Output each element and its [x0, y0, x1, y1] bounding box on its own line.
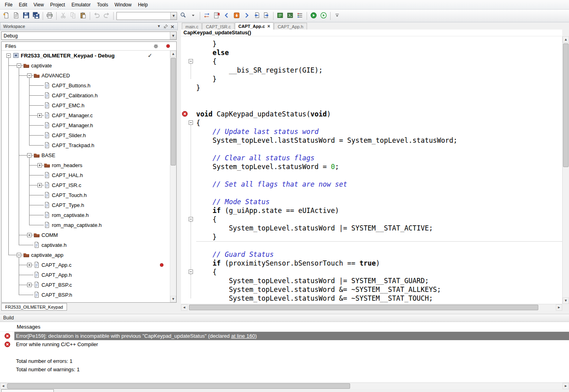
navigate-backward-button[interactable] — [222, 11, 231, 20]
workspace-vertical-scrollbar[interactable]: ▲ ▼ — [170, 51, 176, 302]
line-link[interactable]: at line 160 — [231, 333, 255, 339]
save-button[interactable] — [22, 11, 31, 20]
find-button[interactable] — [179, 11, 188, 20]
navigate-swap-button[interactable] — [202, 11, 211, 20]
tree-item-capt-bsp-h[interactable]: CAPT_BSP.h — [2, 290, 170, 300]
scroll-down-icon[interactable]: ▼ — [563, 297, 569, 304]
tree-item-capt-isr-c[interactable]: CAPT_ISR.c — [2, 180, 170, 190]
save-all-button[interactable] — [32, 11, 41, 20]
tree-item-base[interactable]: BASE — [2, 150, 170, 160]
build-message-row[interactable]: Error while running C/C++ Compiler — [0, 340, 569, 349]
scroll-up-icon[interactable]: ▲ — [563, 36, 569, 43]
make-button[interactable] — [276, 11, 285, 20]
debug-without-downloading-button[interactable] — [319, 11, 328, 20]
previous-function-button[interactable] — [252, 11, 261, 20]
scrollbar-thumb[interactable] — [189, 305, 538, 310]
tree-item-capt-emc-h[interactable]: CAPT_EMC.h — [2, 100, 170, 110]
tree-item-comm[interactable]: COMM — [2, 230, 170, 240]
menu-tools[interactable]: Tools — [94, 1, 111, 9]
tree-item-captivate[interactable]: captivate — [2, 61, 170, 71]
expand-icon[interactable] — [27, 263, 32, 267]
tree-item-capt-trackpad-h[interactable]: CAPT_Trackpad.h — [2, 140, 170, 150]
tree-item-capt-slider-h[interactable]: CAPT_Slider.h — [2, 130, 170, 140]
menu-help[interactable]: Help — [135, 1, 151, 9]
cut-button[interactable] — [59, 11, 68, 20]
tab-close-icon[interactable]: × — [267, 24, 270, 28]
scrollbar-thumb[interactable] — [7, 383, 350, 389]
expand-icon[interactable] — [37, 113, 42, 118]
tree-item-capt-type-h[interactable]: CAPT_Type.h — [2, 200, 170, 210]
build-horizontal-scrollbar[interactable]: ◀ ▶ — [0, 382, 569, 389]
scrollbar-thumb[interactable] — [171, 58, 176, 165]
close-icon[interactable]: × — [169, 24, 176, 30]
scroll-left-icon[interactable]: ◀ — [181, 304, 187, 311]
code-area[interactable]: } else { __bis_SR_register(GIE); }}void … — [181, 36, 562, 304]
build-message-row[interactable] — [0, 349, 569, 357]
copy-button[interactable] — [69, 11, 78, 20]
menu-window[interactable]: Window — [111, 1, 135, 9]
scroll-left-icon[interactable]: ◀ — [0, 383, 6, 389]
editor-tab-capt_app-c[interactable]: CAPT_App.c× — [235, 22, 274, 30]
configuration-combo[interactable]: Debug ▼ — [1, 32, 177, 40]
fold-collapse-icon[interactable] — [189, 217, 193, 221]
function-bar[interactable]: CapKeypad_updateStatus() — [181, 30, 562, 36]
scroll-right-icon[interactable]: ▶ — [556, 304, 562, 311]
build-message-row[interactable]: Total number of errors: 1 — [0, 357, 569, 365]
search-input[interactable] — [117, 12, 170, 20]
navigate-forward-button[interactable] — [242, 11, 251, 20]
new-document-button[interactable] — [2, 11, 11, 20]
tree-item-capt-hal-h[interactable]: CAPT_HAL.h — [2, 170, 170, 180]
tree-item-advanced[interactable]: ADVANCED — [2, 71, 170, 81]
collapse-icon[interactable] — [27, 73, 32, 78]
build-message-row[interactable]: Total number of warnings: 1 — [0, 365, 569, 374]
collapse-icon[interactable] — [6, 53, 11, 58]
tree-item-capt-touch-h[interactable]: CAPT_Touch.h — [2, 190, 170, 200]
tree-item-capt-manager-c[interactable]: CAPT_Manager.c — [2, 110, 170, 120]
tree-item-capt-app-c[interactable]: CAPT_App.c — [2, 260, 170, 270]
collapse-icon[interactable] — [27, 153, 32, 158]
build-message-row[interactable]: Error[Pe159]: declaration is incompatibl… — [0, 332, 569, 340]
find-options-button[interactable] — [189, 11, 198, 20]
bookmark-list-button[interactable] — [212, 11, 221, 20]
collapse-icon[interactable] — [17, 63, 21, 68]
tree-item-captivate-app[interactable]: captivate_app — [2, 250, 170, 260]
expand-icon[interactable] — [27, 233, 32, 237]
menu-edit[interactable]: Edit — [16, 1, 30, 9]
download-button[interactable] — [232, 11, 241, 20]
editor-tab-main-c[interactable]: main.c — [182, 23, 202, 30]
tree-item-captivate-h[interactable]: captivate.h — [2, 240, 170, 250]
combo-dropdown-icon[interactable]: ▼ — [170, 12, 177, 20]
compile-button[interactable] — [285, 11, 295, 20]
tree-item-capt-buttons-h[interactable]: CAPT_Buttons.h — [2, 81, 170, 91]
scrollbar-thumb[interactable] — [563, 43, 569, 167]
workspace-project-tab[interactable]: FR2533_OILMETER_Keypad — [1, 303, 67, 311]
tree-item-capt-manager-h[interactable]: CAPT_Manager.h — [2, 120, 170, 130]
toolbar-overflow-button[interactable] — [333, 11, 342, 20]
open-document-button[interactable] — [12, 11, 21, 20]
undo-button[interactable] — [92, 11, 101, 20]
menu-view[interactable]: View — [30, 1, 47, 9]
gear-icon[interactable] — [153, 43, 159, 49]
collapse-icon[interactable] — [17, 253, 21, 257]
tree-item-rom-map-captivate-h[interactable]: rom_map_captivate.h — [2, 220, 170, 230]
next-function-button[interactable] — [262, 11, 271, 20]
paste-button[interactable] — [79, 11, 88, 20]
expand-icon[interactable] — [37, 163, 42, 167]
editor-tab-capt_app-h[interactable]: CAPT_App.h — [274, 23, 307, 30]
expand-icon[interactable] — [27, 283, 32, 287]
editor-vertical-scrollbar[interactable]: ▲ ▼ — [562, 36, 569, 304]
tree-item-capt-app-h[interactable]: CAPT_App.h — [2, 270, 170, 280]
redo-button[interactable] — [102, 11, 111, 20]
scroll-down-icon[interactable]: ▼ — [170, 296, 176, 302]
search-combo[interactable]: ▼ — [116, 12, 177, 20]
combo-dropdown-icon[interactable]: ▼ — [170, 32, 176, 39]
build-window-tab[interactable] — [1, 389, 54, 392]
print-button[interactable] — [45, 11, 54, 20]
scroll-up-icon[interactable]: ▲ — [170, 51, 176, 57]
tree-item-rom-headers[interactable]: rom_headers — [2, 160, 170, 170]
menu-project[interactable]: Project — [47, 1, 68, 9]
fold-collapse-icon[interactable] — [189, 120, 193, 125]
expand-icon[interactable] — [37, 183, 42, 187]
pin-icon[interactable] — [162, 24, 169, 30]
workspace-menu-icon[interactable]: ▼ — [156, 24, 162, 30]
